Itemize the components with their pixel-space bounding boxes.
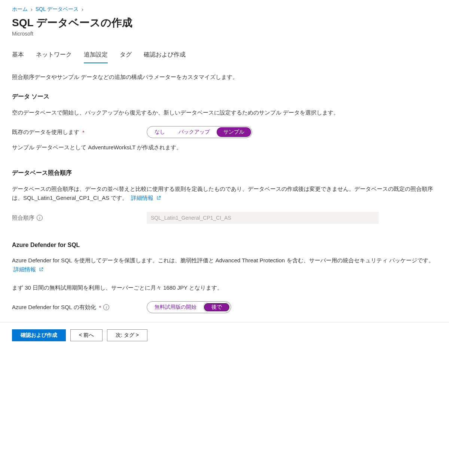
required-asterisk: *: [99, 304, 101, 311]
collation-label: 照合順序 i: [12, 214, 147, 222]
collation-input: SQL_Latin1_General_CP1_CI_AS: [147, 212, 379, 224]
required-asterisk: *: [82, 129, 85, 135]
section-defender: Azure Defender for SQL Azure Defender fo…: [12, 242, 437, 313]
breadcrumb-sql-databases[interactable]: SQL データベース: [36, 6, 79, 13]
review-create-button[interactable]: 確認および作成: [12, 329, 66, 341]
footer-actions: 確認および作成 < 前へ 次: タグ >: [0, 322, 449, 348]
tab-bar: 基本 ネットワーク 追加設定 タグ 確認および作成: [12, 49, 437, 63]
chevron-right-icon: ›: [31, 6, 33, 12]
chevron-right-icon: ›: [82, 6, 83, 12]
collation-heading: データベース照合順序: [12, 169, 437, 177]
option-backup[interactable]: バックアップ: [172, 127, 217, 137]
breadcrumb-home[interactable]: ホーム: [12, 6, 28, 13]
section-data-source: データ ソース 空のデータベースで開始し、バックアップから復元するか、新しいデー…: [12, 93, 437, 151]
defender-enable-toggle[interactable]: 無料試用版の開始 後で: [147, 301, 231, 313]
external-link-icon: [39, 265, 43, 274]
collation-learn-more-link[interactable]: 詳細情報: [131, 195, 161, 201]
external-link-icon: [156, 194, 161, 203]
section-collation: データベース照合順序 データベースの照合順序は、データの並べ替えと比較に使用する…: [12, 169, 437, 224]
data-source-heading: データ ソース: [12, 93, 437, 101]
tab-network[interactable]: ネットワーク: [36, 49, 72, 63]
tab-review[interactable]: 確認および作成: [144, 49, 186, 63]
next-tags-button[interactable]: 次: タグ >: [107, 329, 147, 341]
option-none[interactable]: なし: [148, 127, 172, 137]
page-subtitle: Microsoft: [12, 31, 437, 37]
use-existing-data-toggle[interactable]: なし バックアップ サンプル: [147, 126, 252, 138]
defender-desc: Azure Defender for SQL を使用してデータを保護します。これ…: [12, 256, 437, 274]
option-sample[interactable]: サンプル: [217, 127, 251, 137]
data-source-desc: 空のデータベースで開始し、バックアップから復元するか、新しいデータベースに設定す…: [12, 108, 437, 117]
defender-trial-note: まず 30 日間の無料試用期間を利用し、サーバーごとに月々 1680 JPY と…: [12, 283, 437, 292]
option-start-trial[interactable]: 無料試用版の開始: [148, 302, 203, 312]
page-title: SQL データベースの作成: [12, 16, 437, 30]
tab-tags[interactable]: タグ: [120, 49, 132, 63]
intro-text: 照合順序データやサンプル データなどの追加の構成パラメーターをカスタマイズします…: [12, 74, 437, 81]
defender-learn-more-link[interactable]: 詳細情報: [13, 266, 43, 272]
breadcrumb: ホーム › SQL データベース ›: [12, 6, 437, 13]
info-icon[interactable]: i: [37, 215, 43, 221]
info-icon[interactable]: i: [103, 304, 109, 310]
defender-heading: Azure Defender for SQL: [12, 242, 437, 248]
option-later[interactable]: 後で: [203, 302, 230, 312]
use-existing-data-label: 既存のデータを使用します*: [12, 129, 147, 136]
defender-enable-label: Azure Defender for SQL の有効化* i: [12, 304, 147, 311]
tab-advanced[interactable]: 追加設定: [84, 49, 108, 63]
collation-desc: データベースの照合順序は、データの並べ替えと比較に使用する規則を定義したものであ…: [12, 184, 437, 203]
previous-button[interactable]: < 前へ: [70, 329, 103, 341]
tab-basic[interactable]: 基本: [12, 49, 24, 63]
sample-note: サンプル データベースとして AdventureWorksLT が作成されます。: [12, 144, 437, 151]
